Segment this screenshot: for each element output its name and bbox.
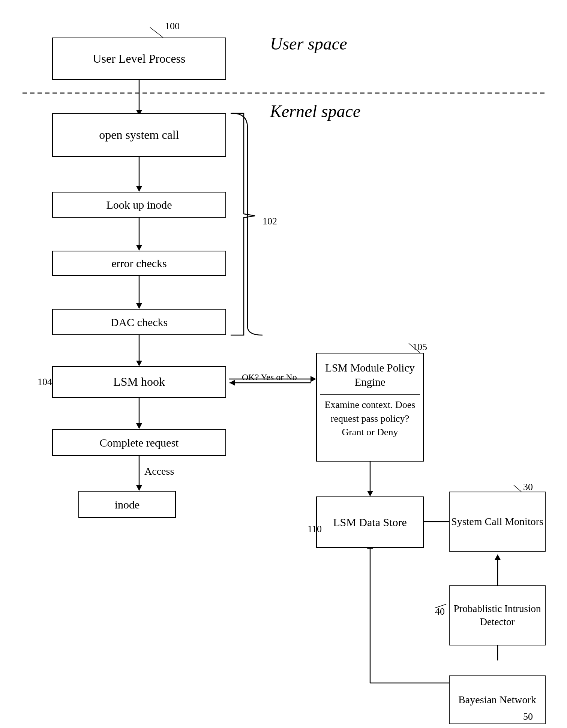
lsm-hook-box: LSM hook bbox=[52, 366, 226, 398]
ref-102: 102 bbox=[262, 216, 277, 227]
dac-checks-box: DAC checks bbox=[52, 309, 226, 335]
open-system-call-box: open system call bbox=[52, 113, 226, 157]
ref-105: 105 bbox=[412, 341, 427, 353]
lsm-data-store-box: LSM Data Store bbox=[316, 496, 424, 548]
lsm-module-policy-engine-box: LSM Module Policy Engine Examine context… bbox=[316, 353, 424, 462]
user-level-process-box: User Level Process bbox=[52, 38, 226, 80]
svg-marker-8 bbox=[136, 303, 142, 309]
svg-marker-6 bbox=[136, 245, 142, 251]
ref-40: 40 bbox=[435, 606, 445, 617]
ref-104: 104 bbox=[38, 376, 52, 388]
inode-box: inode bbox=[78, 491, 176, 518]
error-checks-box: error checks bbox=[52, 251, 226, 276]
svg-marker-4 bbox=[136, 186, 142, 192]
kernel-space-label: Kernel space bbox=[270, 101, 360, 121]
access-label: Access bbox=[144, 465, 174, 477]
svg-marker-21 bbox=[367, 491, 373, 496]
svg-marker-14 bbox=[136, 485, 142, 491]
system-call-monitors-box: System Call Monitors bbox=[449, 492, 546, 552]
ref-110: 110 bbox=[308, 523, 322, 535]
ok-yes-or-no-label: OK? Yes or No bbox=[242, 372, 297, 383]
svg-marker-18 bbox=[230, 380, 235, 386]
user-space-label: User space bbox=[270, 34, 347, 54]
svg-line-34 bbox=[514, 485, 521, 492]
complete-request-box: Complete request bbox=[52, 429, 226, 456]
svg-marker-12 bbox=[136, 423, 142, 429]
look-up-inode-box: Look up inode bbox=[52, 192, 226, 218]
svg-line-31 bbox=[150, 27, 163, 38]
ref-50: 50 bbox=[523, 711, 533, 722]
diagram-container: User space Kernel space 100 User Level P… bbox=[0, 0, 567, 728]
ref-30: 30 bbox=[523, 481, 533, 493]
svg-marker-10 bbox=[136, 361, 142, 366]
probabilistic-intrusion-detector-box: Probablistic Intrusion Detector bbox=[449, 585, 546, 645]
svg-marker-16 bbox=[310, 376, 316, 382]
ref-100: 100 bbox=[165, 21, 180, 32]
svg-marker-27 bbox=[495, 554, 501, 560]
